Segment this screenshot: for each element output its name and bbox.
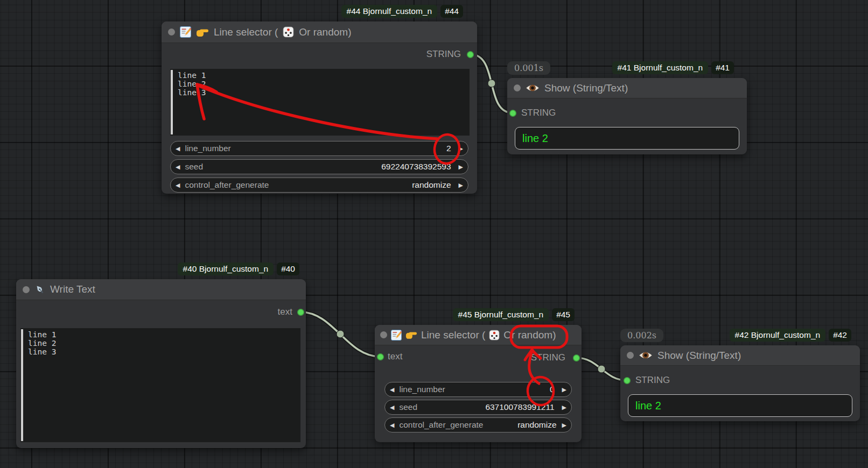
- increment-arrow-icon[interactable]: ▶: [562, 422, 566, 428]
- badge-label: #45 Bjornulf_custom_n: [453, 308, 549, 321]
- widget-label: seed: [399, 402, 485, 412]
- eye-icon: [526, 83, 540, 93]
- node-titlebar[interactable]: Show (String/Text): [620, 345, 860, 366]
- node-title: Or random): [299, 26, 351, 38]
- output-port[interactable]: [297, 309, 304, 316]
- node-id-badge: #42 Bjornulf_custom_n #42: [730, 329, 851, 342]
- node-id-badge: #41 Bjornulf_custom_n #41: [612, 61, 734, 74]
- output-port-label: STRING: [531, 352, 565, 363]
- widget-label: line_number: [185, 144, 446, 153]
- widget-value: 692240738392593: [381, 162, 451, 172]
- node-graph-canvas[interactable]: #44 Bjornulf_custom_n #44 Line selector …: [0, 0, 868, 468]
- collapse-dot[interactable]: [380, 331, 387, 338]
- input-port[interactable]: [377, 353, 384, 360]
- widget-line-number[interactable]: ◀ line_number 0 ▶: [384, 382, 572, 397]
- node-titlebar[interactable]: Show (String/Text): [507, 78, 747, 98]
- execution-time-badge: 0.001s: [507, 61, 550, 75]
- collapse-dot[interactable]: [514, 84, 521, 91]
- node-id-badge: #45 Bjornulf_custom_n #45: [453, 308, 575, 321]
- widget-seed[interactable]: ◀ seed 692240738392593 ▶: [170, 159, 468, 174]
- node-show-string-41[interactable]: 0.001s #41 Bjornulf_custom_n #41 Show (S…: [507, 78, 747, 154]
- node-title: Show (String/Text): [544, 82, 628, 94]
- memo-icon: [180, 26, 191, 38]
- node-line-selector-45[interactable]: #45 Bjornulf_custom_n #45 Line selector …: [375, 325, 582, 442]
- decrement-arrow-icon[interactable]: ◀: [176, 146, 180, 152]
- node-titlebar[interactable]: Line selector ( Or random): [375, 325, 582, 345]
- decrement-arrow-icon[interactable]: ◀: [176, 164, 180, 170]
- output-port[interactable]: [467, 51, 474, 58]
- input-port-label: STRING: [521, 108, 556, 118]
- decrement-arrow-icon[interactable]: ◀: [390, 405, 394, 410]
- node-id-badge: #40 Bjornulf_custom_n #40: [178, 263, 299, 275]
- input-port[interactable]: [624, 377, 631, 384]
- badge-label: #44 Bjornulf_custom_n: [341, 5, 438, 18]
- node-title: Show (String/Text): [657, 350, 741, 361]
- eye-icon: [639, 351, 653, 360]
- input-port-label: STRING: [635, 375, 670, 386]
- widget-label: line_number: [399, 385, 549, 394]
- output-port-label: STRING: [426, 49, 461, 60]
- string-value-display[interactable]: line 2: [515, 127, 739, 150]
- decrement-arrow-icon[interactable]: ◀: [390, 387, 394, 393]
- collapse-dot[interactable]: [627, 352, 634, 359]
- badge-id: #44: [440, 5, 463, 18]
- badge-id: #41: [711, 61, 734, 74]
- node-title: Line selector (: [421, 329, 485, 341]
- widget-label: control_after_generate: [185, 180, 412, 190]
- widget-value: 637100783991211: [485, 402, 554, 412]
- node-id-badge: #44 Bjornulf_custom_n #44: [341, 5, 463, 18]
- node-title: Line selector (: [214, 26, 278, 38]
- badge-label: #40 Bjornulf_custom_n: [178, 263, 274, 275]
- widget-control-after-generate[interactable]: ◀ control_after_generate randomize ▶: [170, 178, 468, 193]
- output-port[interactable]: [573, 354, 580, 361]
- node-line-selector-44[interactable]: #44 Bjornulf_custom_n #44 Line selector …: [162, 22, 477, 194]
- node-titlebar[interactable]: Line selector ( Or random): [162, 22, 477, 43]
- increment-arrow-icon[interactable]: ▶: [459, 146, 463, 152]
- widget-value: 2: [446, 144, 451, 153]
- widget-label: control_after_generate: [399, 420, 517, 430]
- increment-arrow-icon[interactable]: ▶: [459, 164, 463, 170]
- pen-nib-icon: [34, 284, 45, 295]
- decrement-arrow-icon[interactable]: ◀: [176, 182, 180, 188]
- badge-id: #45: [552, 308, 575, 321]
- collapse-dot[interactable]: [168, 29, 175, 36]
- node-title: Or random): [503, 329, 556, 341]
- pointing-hand-icon: [196, 27, 209, 37]
- input-port[interactable]: [509, 110, 516, 117]
- link-midpoint-dot[interactable]: [488, 80, 495, 87]
- node-titlebar[interactable]: Write Text: [16, 279, 306, 300]
- pointing-hand-icon: [405, 330, 417, 339]
- widget-value: 0: [550, 385, 555, 394]
- execution-time-badge: 0.002s: [620, 329, 663, 342]
- link-midpoint-dot[interactable]: [337, 330, 344, 338]
- increment-arrow-icon[interactable]: ▶: [459, 182, 463, 188]
- node-title: Write Text: [50, 283, 95, 295]
- textarea-scrollbar[interactable]: [171, 70, 173, 134]
- badge-label: #41 Bjornulf_custom_n: [612, 61, 709, 74]
- badge-label: #42 Bjornulf_custom_n: [730, 329, 826, 342]
- increment-arrow-icon[interactable]: ▶: [562, 405, 566, 410]
- collapse-dot[interactable]: [23, 286, 30, 293]
- widget-value: randomize: [517, 420, 556, 430]
- badge-id: #40: [277, 263, 299, 275]
- node-write-text-40[interactable]: #40 Bjornulf_custom_n #40 Write Text tex…: [16, 279, 306, 448]
- increment-arrow-icon[interactable]: ▶: [562, 387, 566, 393]
- memo-icon: [391, 330, 402, 341]
- widget-control-after-generate[interactable]: ◀ control_after_generate randomize ▶: [384, 417, 572, 432]
- widget-label: seed: [185, 162, 381, 172]
- textarea-scrollbar[interactable]: [21, 329, 23, 441]
- text-area[interactable]: line 1 line 2 line 3: [170, 69, 470, 136]
- die-icon: [489, 330, 500, 341]
- string-value-display[interactable]: line 2: [628, 394, 852, 417]
- link-midpoint-dot[interactable]: [598, 365, 605, 373]
- badge-id: #42: [829, 329, 851, 342]
- decrement-arrow-icon[interactable]: ◀: [390, 422, 394, 428]
- widget-seed[interactable]: ◀ seed 637100783991211 ▶: [384, 400, 572, 415]
- text-area[interactable]: line 1 line 2 line 3: [20, 328, 300, 442]
- node-show-string-42[interactable]: 0.002s #42 Bjornulf_custom_n #42 Show (S…: [620, 345, 860, 421]
- input-port-label: text: [388, 351, 402, 362]
- widget-value: randomize: [412, 180, 451, 190]
- die-icon: [283, 26, 294, 38]
- output-port-label: text: [278, 307, 292, 317]
- widget-line-number[interactable]: ◀ line_number 2 ▶: [170, 141, 468, 156]
